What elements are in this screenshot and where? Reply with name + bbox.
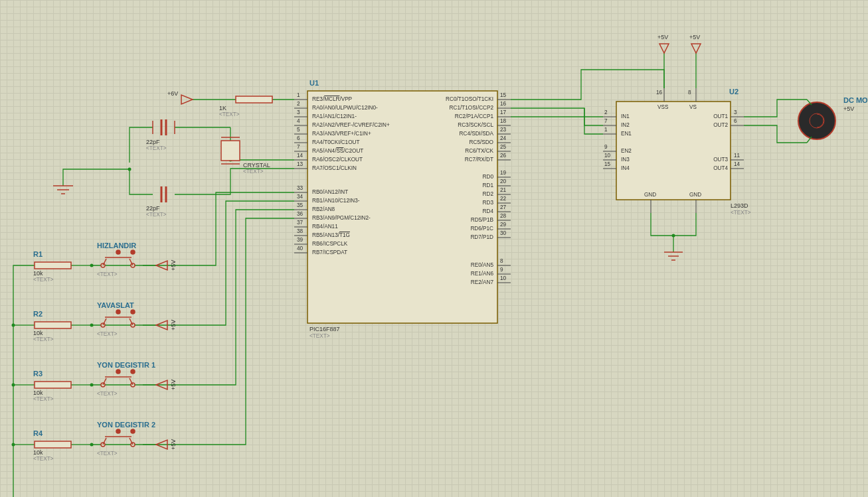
u1-left-pin-name: RA6/OSC2/CLKOUT xyxy=(312,157,363,163)
u1-right-pin-num: 25 xyxy=(500,145,506,150)
u1-right-pin-name: RC0/T1OSO/T1CKI xyxy=(362,97,493,102)
btn4-text: <TEXT> xyxy=(97,451,118,457)
u2-right-pin-name: OUT2 xyxy=(704,123,728,128)
u1-right-pin-name: RC2/P1A/CCP1 xyxy=(362,114,493,119)
svg-point-101 xyxy=(116,370,120,374)
btn3-text: <TEXT> xyxy=(97,391,118,397)
u1-right-pin-num: 9 xyxy=(500,267,503,273)
svg-point-95 xyxy=(131,310,135,314)
r4-val: 10k xyxy=(33,450,43,456)
btn3-label: YON DEGISTIR 1 xyxy=(97,362,155,369)
btn3-pwr: +5V xyxy=(171,380,177,390)
u2-bot-pin-name: GND xyxy=(689,192,701,198)
u2-right-pin-name: OUT3 xyxy=(704,157,728,163)
u2-ref: U2 xyxy=(729,88,738,96)
u1-left-pin-name: RB4/AN11 xyxy=(312,224,338,230)
u1-right-pin-num: 19 xyxy=(500,171,506,176)
u1-right-pin-num: 23 xyxy=(500,127,506,133)
svg-point-53 xyxy=(90,264,94,267)
btn1-pwr: +5V xyxy=(171,260,177,271)
u2-vs-pwr: +5V xyxy=(689,35,700,40)
u1-right-pin-name: RE2/AN7 xyxy=(362,280,493,285)
u2-left-pin-name: EN2 xyxy=(621,149,632,154)
svg-point-55 xyxy=(90,384,94,387)
u1-left-pin-name: RB1/AN10/C12IN3- xyxy=(312,198,359,204)
u2-left-pin-name: IN4 xyxy=(621,166,630,171)
u1-right-pin-name: RD1 xyxy=(362,183,493,188)
svg-point-57 xyxy=(12,324,15,327)
svg-point-59 xyxy=(12,443,15,447)
svg-rect-61 xyxy=(236,96,272,103)
svg-rect-62 xyxy=(221,141,240,161)
r3-text: <TEXT> xyxy=(33,397,54,402)
u2-vss-pwr: +5V xyxy=(657,35,668,40)
u1-left-pin-num: 14 xyxy=(297,153,303,159)
u2-left-pin-name: IN3 xyxy=(621,157,630,163)
p6v-label: +6V xyxy=(167,91,178,97)
svg-point-52 xyxy=(128,168,131,171)
r3-val: 10k xyxy=(33,390,43,396)
u1-left-pin-num: 7 xyxy=(297,145,300,150)
u1-left-pin-name: RA5/AN4/SS/C2OUT xyxy=(312,149,363,154)
svg-point-60 xyxy=(672,234,675,238)
u1-left-pin-name: RB5/AN13/T1G xyxy=(312,233,350,238)
u1-part: PIC16F887 xyxy=(309,326,340,332)
u1-left-pin-name: RB2/AN8 xyxy=(312,207,335,212)
u1-right-pin-num: 22 xyxy=(500,196,506,202)
u2-left-pin-num: 9 xyxy=(604,145,608,150)
u1-right-pin-name: RD0 xyxy=(362,175,493,180)
u1-right-pin-name: RE1/AN6 xyxy=(362,271,493,277)
motor-sub: +5V xyxy=(843,106,854,112)
u1-left-pin-num: 37 xyxy=(297,220,303,226)
u1-left-pin-num: 1 xyxy=(297,93,300,98)
u1-left-pin-num: 39 xyxy=(297,238,303,243)
u1-left-pin-num: 13 xyxy=(297,162,303,167)
u1-left-pin-num: 40 xyxy=(297,246,303,251)
u1-left-pin-num: 35 xyxy=(297,203,303,208)
u2-text: <TEXT> xyxy=(731,210,751,216)
u1-right-pin-name: RC3/SCK/SCL xyxy=(362,123,493,128)
r4-text: <TEXT> xyxy=(33,457,54,462)
u2-left-pin-num: 7 xyxy=(604,119,608,124)
schematic-canvas[interactable]: U1 PIC16F887 <TEXT> U2 L293D <TEXT> 1K <… xyxy=(0,0,868,497)
svg-rect-80 xyxy=(35,382,71,388)
r1-ref: R1 xyxy=(33,251,43,258)
u1-right-pin-name: RD2 xyxy=(362,192,493,197)
u1-left-pin-num: 2 xyxy=(297,102,300,107)
u1-right-pin-num: 20 xyxy=(500,179,506,184)
u2-part: L293D xyxy=(731,203,748,209)
u1-right-pin-num: 16 xyxy=(500,102,506,107)
u2-right-pin-num: 11 xyxy=(734,153,740,159)
u1-left-pin-num: 33 xyxy=(297,186,303,191)
u2-bot-pin-name: GND xyxy=(644,192,656,198)
u2-right-pin-num: 14 xyxy=(734,162,740,167)
u1-left-pin-num: 38 xyxy=(297,229,303,234)
u1-right-pin-num: 26 xyxy=(500,153,506,159)
btn2-label: YAVASLAT xyxy=(97,302,134,309)
u2-top-pin-num: 16 xyxy=(656,90,662,96)
u1-left-pin-num: 34 xyxy=(297,194,303,200)
u1-left-pin-name: RA7/OSC1/CLKIN xyxy=(312,166,357,171)
u1-left-pin-name: RA4/T0CKI/C1OUT xyxy=(312,140,359,145)
u1-left-pin-name: RB6/ICSPCLK xyxy=(312,242,347,247)
u1-right-pin-num: 21 xyxy=(500,188,506,193)
u1-ref: U1 xyxy=(309,80,319,87)
r-mclr-val: 1K xyxy=(219,106,226,111)
svg-point-87 xyxy=(116,250,120,254)
svg-point-56 xyxy=(90,443,94,447)
u2-top-pin-num: 8 xyxy=(688,90,691,96)
u1-left-pin-name: RA1/AN1/C12IN1- xyxy=(312,114,357,119)
u1-right-pin-name: RC6/TX/CK xyxy=(362,149,493,154)
u1-right-pin-name: RD6/P1C xyxy=(362,226,493,232)
r1-text: <TEXT> xyxy=(33,277,54,283)
u1-left-pin-num: 4 xyxy=(297,119,300,124)
u1-left-pin-num: 36 xyxy=(297,212,303,217)
u1-right-pin-name: RC7/RX/DT xyxy=(362,157,493,163)
u1-right-pin-num: 24 xyxy=(500,136,506,141)
svg-point-88 xyxy=(131,250,135,254)
u1-left-pin-name: RB7/ICSPDAT xyxy=(312,250,347,255)
motor-title: DC MOTO xyxy=(843,97,868,104)
u2-left-pin-num: 10 xyxy=(604,153,610,159)
u2-left-pin-num: 2 xyxy=(604,110,608,115)
svg-point-108 xyxy=(116,429,120,433)
